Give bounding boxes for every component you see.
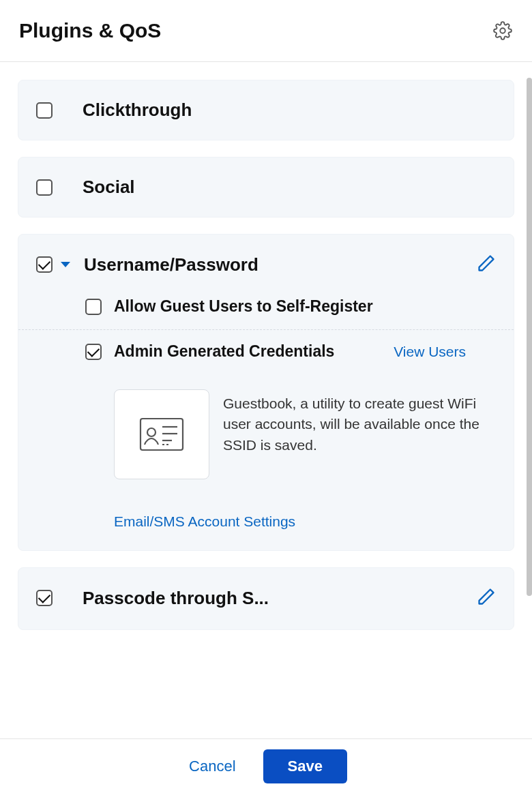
- gear-icon: [493, 21, 512, 40]
- card-username-password: Username/Password Allow Guest Users to S…: [18, 234, 514, 551]
- checkbox-passcode-sms[interactable]: [36, 590, 53, 606]
- label-self-register: Allow Guest Users to Self-Register: [114, 297, 373, 316]
- guestbook-icon-card: [114, 389, 209, 479]
- card-title-username-password: Username/Password: [84, 254, 258, 275]
- edit-username-password-button[interactable]: [477, 254, 496, 275]
- email-sms-settings-link[interactable]: Email/SMS Account Settings: [114, 513, 295, 529]
- settings-gear-button[interactable]: [492, 20, 513, 41]
- id-card-icon: [139, 417, 184, 451]
- page-header: Plugins & QoS: [0, 0, 532, 62]
- expand-caret-icon[interactable]: [61, 262, 70, 267]
- card-clickthrough: Clickthrough: [18, 80, 514, 140]
- svg-point-0: [500, 28, 505, 33]
- card-title-social: Social: [83, 177, 135, 198]
- save-button[interactable]: Save: [263, 749, 347, 783]
- label-admin-generated: Admin Generated Credentials: [114, 342, 334, 361]
- checkbox-username-password[interactable]: [36, 256, 53, 273]
- checkbox-clickthrough[interactable]: [36, 102, 53, 119]
- checkbox-admin-generated[interactable]: [85, 344, 102, 360]
- guestbook-info-block: Guestbook, a utility to create guest WiF…: [18, 373, 514, 486]
- checkbox-social[interactable]: [36, 179, 53, 196]
- pencil-icon: [477, 254, 496, 273]
- pencil-icon: [477, 587, 496, 606]
- card-title-passcode-sms: Passcode through S...: [83, 588, 269, 609]
- view-users-link[interactable]: View Users: [394, 344, 466, 360]
- svg-point-2: [147, 428, 156, 436]
- guestbook-info-text: Guestbook, a utility to create guest WiF…: [223, 389, 496, 479]
- checkbox-self-register[interactable]: [85, 299, 102, 315]
- cancel-button[interactable]: Cancel: [185, 757, 239, 776]
- edit-passcode-sms-button[interactable]: [477, 587, 496, 609]
- page-title: Plugins & QoS: [19, 19, 161, 42]
- content-area: Clickthrough Social Username/Password A: [0, 62, 532, 738]
- card-passcode-sms: Passcode through S...: [18, 567, 514, 630]
- card-title-clickthrough: Clickthrough: [83, 100, 192, 121]
- card-social: Social: [18, 157, 514, 218]
- footer-actions: Cancel Save: [0, 738, 532, 793]
- scrollbar-thumb[interactable]: [527, 78, 532, 596]
